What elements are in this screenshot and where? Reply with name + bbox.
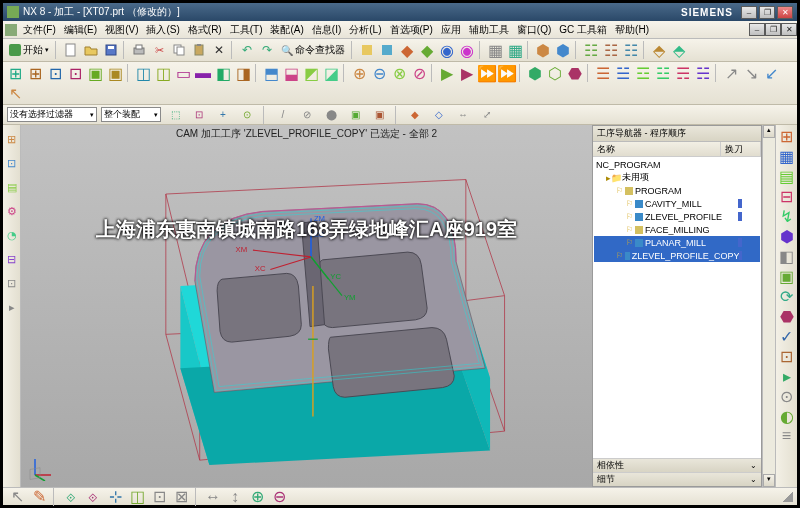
sb1-icon[interactable]: ↖ [8, 488, 26, 506]
filter-combo[interactable]: 没有选择过滤器▾ [7, 107, 97, 122]
tree-item-face_milling[interactable]: ⚐FACE_MILLING [594, 223, 760, 236]
op18-icon[interactable]: ⊖ [370, 64, 388, 82]
tree-item-cavity_mill[interactable]: ⚐CAVITY_MILL [594, 197, 760, 210]
menu-[interactable]: 应用 [437, 23, 465, 36]
nav-dependency[interactable]: 相依性⌄ [593, 458, 761, 472]
op11-icon[interactable]: ◧ [214, 64, 232, 82]
op12-icon[interactable]: ◨ [234, 64, 252, 82]
tree-item-program[interactable]: ⚐PROGRAM [594, 184, 760, 197]
cut-icon[interactable]: ✂ [150, 41, 168, 59]
sel6-icon[interactable]: ⊘ [298, 106, 316, 124]
menu-[interactable]: 辅助工具 [465, 23, 513, 36]
sb7-icon[interactable]: ⊡ [150, 488, 168, 506]
nav-sketch-icon[interactable]: ⊡ [3, 274, 21, 292]
op30-icon[interactable]: ☲ [634, 64, 652, 82]
nav-assembly-icon[interactable]: ⊞ [3, 130, 21, 148]
sel8-icon[interactable]: ▣ [346, 106, 364, 124]
op26-icon[interactable]: ⬡ [546, 64, 564, 82]
start-button[interactable]: 开始▾ [5, 41, 53, 59]
menu-P[interactable]: 首选项(P) [386, 23, 437, 36]
sb10-icon[interactable]: ↕ [226, 488, 244, 506]
scroll-up-icon[interactable]: ▴ [763, 125, 775, 138]
sel5-icon[interactable]: / [274, 106, 292, 124]
sb2-icon[interactable]: ✎ [30, 488, 48, 506]
op31-icon[interactable]: ☳ [654, 64, 672, 82]
doc-restore-button[interactable]: ❐ [765, 23, 781, 36]
tree-item-zlevel_profile_copy[interactable]: ⚐ZLEVEL_PROFILE_COPY [594, 249, 760, 262]
rt16-icon[interactable]: ≡ [778, 427, 796, 445]
paste-icon[interactable] [190, 41, 208, 59]
tool-j-icon[interactable]: ⬢ [554, 41, 572, 59]
op14-icon[interactable]: ⬓ [282, 64, 300, 82]
nav-tree[interactable]: NC_PROGRAM ▸📁未用项 ⚐PROGRAM⚐CAVITY_MILL⚐ZL… [593, 157, 761, 458]
sb4-icon[interactable]: ⟐ [84, 488, 102, 506]
rt5-icon[interactable]: ↯ [778, 207, 796, 225]
rt4-icon[interactable]: ⊟ [778, 187, 796, 205]
new-icon[interactable] [62, 41, 80, 59]
assembly-combo[interactable]: 整个装配▾ [101, 107, 161, 122]
rt11-icon[interactable]: ✓ [778, 327, 796, 345]
scroll-down-icon[interactable]: ▾ [763, 474, 775, 487]
menu-R[interactable]: 格式(R) [184, 23, 226, 36]
redo-icon[interactable]: ↷ [258, 41, 276, 59]
menu-T[interactable]: 工具(T) [226, 23, 267, 36]
sb3-icon[interactable]: ⟐ [62, 488, 80, 506]
menu-H[interactable]: 帮助(H) [611, 23, 653, 36]
op32-icon[interactable]: ☴ [674, 64, 692, 82]
nav-history-icon[interactable]: ◔ [3, 226, 21, 244]
op35-icon[interactable]: ↘ [742, 64, 760, 82]
nav-part-icon[interactable]: ⊡ [3, 154, 21, 172]
rt9-icon[interactable]: ⟳ [778, 287, 796, 305]
tool-i-icon[interactable]: ⬢ [534, 41, 552, 59]
tree-item-zlevel_profile[interactable]: ⚐ZLEVEL_PROFILE [594, 210, 760, 223]
op24-icon[interactable]: ⏩ [498, 64, 516, 82]
sel12-icon[interactable]: ↔ [454, 106, 472, 124]
op29-icon[interactable]: ☱ [614, 64, 632, 82]
rt10-icon[interactable]: ⬣ [778, 307, 796, 325]
sel11-icon[interactable]: ◇ [430, 106, 448, 124]
menu-L[interactable]: 分析(L) [345, 23, 385, 36]
rt7-icon[interactable]: ◧ [778, 247, 796, 265]
sel9-icon[interactable]: ▣ [370, 106, 388, 124]
nav-tab-icon[interactable]: ▸ [3, 298, 21, 316]
rt15-icon[interactable]: ◐ [778, 407, 796, 425]
op37-icon[interactable]: ↖ [6, 84, 24, 102]
tool-k-icon[interactable]: ☷ [582, 41, 600, 59]
nav-detail[interactable]: 细节⌄ [593, 472, 761, 486]
rt8-icon[interactable]: ▣ [778, 267, 796, 285]
close-button[interactable]: ✕ [777, 6, 793, 19]
op4-icon[interactable]: ⊡ [66, 64, 84, 82]
menu-F[interactable]: 文件(F) [19, 23, 60, 36]
op13-icon[interactable]: ⬒ [262, 64, 280, 82]
rt2-icon[interactable]: ▦ [778, 147, 796, 165]
op20-icon[interactable]: ⊘ [410, 64, 428, 82]
rt12-icon[interactable]: ⊡ [778, 347, 796, 365]
tool-n-icon[interactable]: ⬘ [650, 41, 668, 59]
sel1-icon[interactable]: ⬚ [166, 106, 184, 124]
sel2-icon[interactable]: ⊡ [190, 106, 208, 124]
sel10-icon[interactable]: ◆ [406, 106, 424, 124]
rt3-icon[interactable]: ▤ [778, 167, 796, 185]
menu-S[interactable]: 插入(S) [142, 23, 183, 36]
sb8-icon[interactable]: ⊠ [172, 488, 190, 506]
menu-Q[interactable]: 窗口(Q) [513, 23, 555, 36]
menu-V[interactable]: 视图(V) [101, 23, 142, 36]
delete-icon[interactable]: ✕ [210, 41, 228, 59]
tool-h-icon[interactable]: ▦ [506, 41, 524, 59]
nav-browser-icon[interactable]: ⊟ [3, 250, 21, 268]
rt14-icon[interactable]: ⊙ [778, 387, 796, 405]
op2-icon[interactable]: ⊞ [26, 64, 44, 82]
menu-E[interactable]: 编辑(E) [60, 23, 101, 36]
print-icon[interactable] [130, 41, 148, 59]
tree-root[interactable]: NC_PROGRAM [594, 158, 760, 171]
tree-unused[interactable]: ▸📁未用项 [594, 171, 760, 184]
rt6-icon[interactable]: ⬢ [778, 227, 796, 245]
sb12-icon[interactable]: ⊖ [270, 488, 288, 506]
op22-icon[interactable]: ▶ [458, 64, 476, 82]
op36-icon[interactable]: ↙ [762, 64, 780, 82]
menu-I[interactable]: 信息(I) [308, 23, 345, 36]
tool-c-icon[interactable]: ◆ [398, 41, 416, 59]
command-finder[interactable]: 🔍命令查找器 [277, 41, 349, 59]
col-toolchange[interactable]: 换刀 [721, 142, 761, 156]
sel4-icon[interactable]: ⊙ [238, 106, 256, 124]
